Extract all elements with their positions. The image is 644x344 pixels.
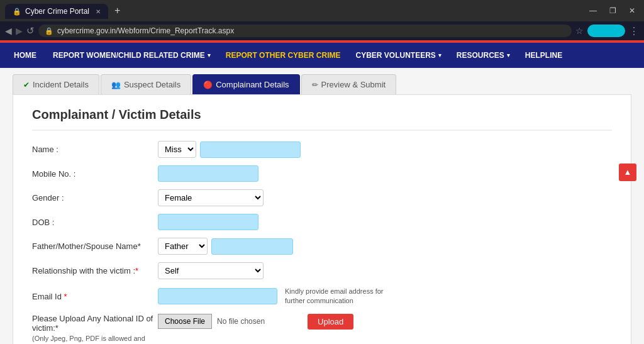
dob-row: DOB :: [32, 214, 612, 230]
star-icon[interactable]: ☆: [575, 26, 584, 36]
complainant-icon: 🔴: [203, 80, 213, 89]
father-row: Father/Mother/Spouse Name* Father Mother…: [32, 238, 612, 255]
tab-bar: 🔒 Cyber Crime Portal ✕ +: [5, 3, 586, 19]
choose-file-button[interactable]: Choose File: [158, 314, 212, 329]
suspect-icon: 👥: [111, 80, 121, 89]
mobile-row: Mobile No. :: [32, 165, 612, 182]
tab-complainant[interactable]: 🔴 Complainant Details: [192, 74, 299, 94]
lock-icon: 🔒: [45, 27, 53, 35]
email-label: Email Id *: [32, 292, 158, 301]
dob-input-filled[interactable]: [158, 214, 258, 230]
tab-favicon: 🔒: [13, 8, 21, 16]
back-button[interactable]: ◀: [5, 26, 12, 36]
name-label: Name :: [32, 145, 158, 154]
upload-label: Please Upload Any National ID of victim:…: [32, 314, 153, 333]
chevron-down-icon: ▾: [208, 52, 211, 58]
relationship-label: Relationship with the victim :*: [32, 266, 158, 275]
tab-preview[interactable]: ✏ Preview & Submit: [301, 74, 397, 94]
minimize-button[interactable]: —: [586, 5, 601, 16]
profile-button[interactable]: [587, 25, 625, 37]
mobile-label: Mobile No. :: [32, 169, 158, 179]
nav-item-helpline[interactable]: HELPLINE: [518, 43, 570, 68]
father-input-filled[interactable]: [211, 238, 293, 255]
name-input-filled[interactable]: [200, 141, 301, 158]
scroll-up-icon: ▲: [624, 167, 632, 177]
form-tabs: ✔ Incident Details 👥 Suspect Details 🔴 C…: [13, 74, 631, 94]
email-row: Email Id * Kindly provide email address …: [32, 287, 612, 306]
gender-label: Gender :: [32, 193, 158, 203]
form-title: Complainant / Victim Details: [32, 108, 612, 131]
tab-incident[interactable]: ✔ Incident Details: [13, 74, 99, 94]
preview-icon: ✏: [312, 80, 318, 89]
tab-title: Cyber Crime Portal: [25, 7, 89, 16]
name-title-select[interactable]: Miss Mr Mrs Dr: [158, 141, 196, 158]
nav-item-volunteers[interactable]: CYBER VOLUNTEERS ▾: [348, 43, 448, 68]
checkmark-icon: ✔: [23, 80, 30, 89]
upload-row: Please Upload Any National ID of victim:…: [32, 314, 612, 344]
nav-item-resources[interactable]: RESOURCES ▾: [449, 43, 518, 68]
address-input[interactable]: [57, 26, 565, 35]
mobile-input-filled[interactable]: [158, 165, 258, 182]
relationship-row: Relationship with the victim :* Self Par…: [32, 262, 612, 279]
father-type-select[interactable]: Father Mother Spouse: [158, 238, 208, 255]
email-input-filled[interactable]: [158, 288, 277, 304]
dob-label: DOB :: [32, 218, 158, 227]
email-hint: Kindly provide email address for further…: [285, 287, 398, 306]
scroll-up-button[interactable]: ▲: [619, 164, 636, 181]
address-bar-row: ◀ ▶ ↺ 🔒 ☆ ⋮: [0, 21, 644, 40]
tab-suspect[interactable]: 👥 Suspect Details: [101, 74, 191, 94]
form-container: Complainant / Victim Details Name : Miss…: [13, 94, 631, 344]
content-area: ✔ Incident Details 👥 Suspect Details 🔴 C…: [0, 68, 644, 344]
browser-chrome: 🔒 Cyber Crime Portal ✕ + — ❐ ✕ ◀ ▶ ↺ 🔒 ☆…: [0, 0, 644, 40]
relationship-select[interactable]: Self Parent Sibling Spouse Other: [158, 262, 264, 279]
name-row: Name : Miss Mr Mrs Dr: [32, 141, 612, 158]
no-file-text: No file chosen: [217, 317, 265, 326]
window-controls: — ❐ ✕: [586, 5, 639, 16]
browser-tab-active[interactable]: 🔒 Cyber Crime Portal ✕: [5, 4, 108, 19]
gender-row: Gender : Female Male Transgender: [32, 189, 612, 206]
close-tab-icon[interactable]: ✕: [96, 8, 101, 15]
menu-icon[interactable]: ⋮: [629, 25, 639, 37]
nav-item-home[interactable]: HOME: [5, 43, 45, 68]
chevron-down-icon-3: ▾: [507, 52, 510, 58]
address-input-container[interactable]: 🔒: [38, 25, 572, 37]
forward-button[interactable]: ▶: [16, 26, 23, 36]
chevron-down-icon-2: ▾: [438, 52, 441, 58]
close-window-button[interactable]: ✕: [625, 5, 639, 16]
nav-item-report-cyber[interactable]: REPORT OTHER CYBER CRIME: [218, 43, 348, 68]
nav-item-women[interactable]: REPORT WOMEN/CHILD RELATED CRIME ▾: [45, 43, 218, 68]
gender-select[interactable]: Female Male Transgender: [158, 189, 264, 206]
father-label: Father/Mother/Spouse Name*: [32, 241, 158, 251]
upload-button[interactable]: Upload: [308, 314, 353, 330]
relationship-required-star: *: [135, 266, 138, 275]
reload-button[interactable]: ↺: [26, 25, 35, 36]
upload-note: (Only Jpeg, Png, PDF is allowed and File…: [32, 334, 158, 344]
restore-button[interactable]: ❐: [606, 5, 620, 16]
nav-bar: HOME REPORT WOMEN/CHILD RELATED CRIME ▾ …: [0, 43, 644, 68]
email-required-star: *: [64, 292, 67, 301]
new-tab-button[interactable]: +: [109, 3, 125, 19]
